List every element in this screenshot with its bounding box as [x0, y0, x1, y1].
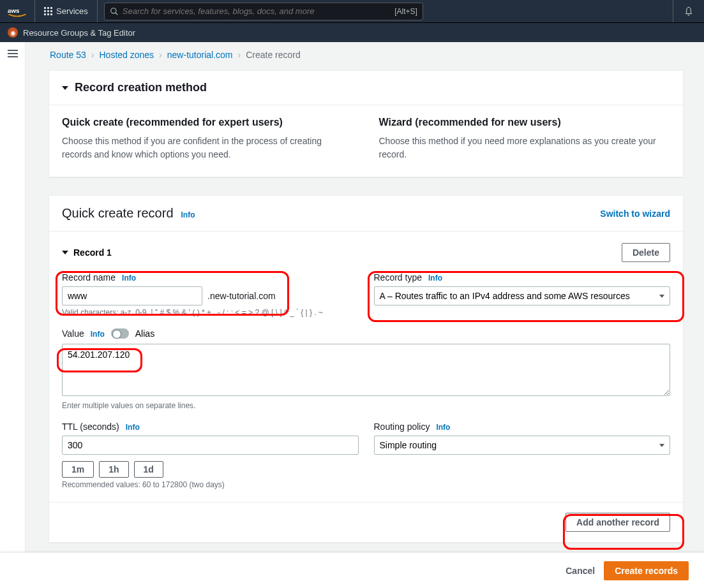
- record-type-label: Record type: [374, 272, 422, 283]
- ttl-info-link[interactable]: Info: [126, 423, 140, 432]
- switch-to-wizard-link[interactable]: Switch to wizard: [600, 209, 670, 219]
- quick-create-info-link[interactable]: Info: [181, 210, 195, 219]
- record-type-select[interactable]: A – Routes traffic to an IPv4 address an…: [374, 286, 671, 305]
- cancel-button[interactable]: Cancel: [565, 566, 595, 576]
- search-shortcut: [Alt+S]: [391, 7, 417, 16]
- ttl-label: TTL (seconds): [62, 422, 119, 432]
- chevron-right-icon: ›: [237, 50, 241, 60]
- chevron-right-icon: ›: [91, 50, 94, 60]
- sidebar-toggle[interactable]: [0, 42, 26, 552]
- aws-logo[interactable]: aws: [0, 0, 35, 22]
- wizard-title: Wizard (recommended for new users): [379, 117, 671, 128]
- method-panel: Record creation method Quick create (rec…: [49, 70, 684, 177]
- search-input[interactable]: [119, 6, 391, 16]
- quick-create-heading: Quick create record: [62, 206, 174, 221]
- chevron-down-icon: [659, 444, 664, 447]
- ttl-1h-button[interactable]: 1h: [99, 461, 128, 478]
- services-grid-icon: [44, 7, 52, 15]
- search-icon: [110, 7, 119, 16]
- record-name-suffix: .new-tutorial.com: [207, 291, 276, 301]
- record-type-value: A – Routes traffic to an IPv4 address an…: [380, 291, 630, 301]
- wizard-option[interactable]: Wizard (recommended for new users) Choos…: [366, 105, 684, 177]
- breadcrumb-route53[interactable]: Route 53: [50, 50, 86, 60]
- services-button[interactable]: Services: [35, 0, 98, 22]
- alias-label: Alias: [135, 328, 154, 339]
- quick-create-option[interactable]: Quick create (recommended for expert use…: [49, 105, 366, 177]
- ttl-input[interactable]: [62, 436, 359, 455]
- quick-create-desc: Choose this method if you are confident …: [62, 135, 354, 161]
- quick-create-panel: Quick create record Info Switch to wizar…: [49, 195, 684, 543]
- hamburger-icon: [8, 50, 18, 552]
- ttl-hint: Recommended values: 60 to 172800 (two da…: [62, 480, 359, 489]
- breadcrumb-current: Create record: [246, 50, 301, 60]
- breadcrumb-domain[interactable]: new-tutorial.com: [167, 50, 233, 60]
- record-name-hint: Valid characters: a-z, 0-9, ! " # $ % & …: [62, 308, 359, 317]
- breadcrumb-hosted-zones[interactable]: Hosted zones: [100, 50, 154, 60]
- chevron-down-icon: [659, 295, 664, 298]
- record-name-label: Record name: [62, 272, 116, 283]
- resource-groups-icon: ◉: [8, 27, 18, 38]
- method-panel-header[interactable]: Record creation method: [49, 71, 683, 105]
- value-info-link[interactable]: Info: [91, 330, 105, 339]
- routing-policy-info-link[interactable]: Info: [436, 423, 450, 432]
- sub-nav: ◉ Resource Groups & Tag Editor: [0, 23, 704, 42]
- wizard-desc: Choose this method if you need more expl…: [379, 135, 671, 161]
- main-content: Route 53 › Hosted zones › new-tutorial.c…: [26, 42, 704, 552]
- delete-button[interactable]: Delete: [622, 243, 670, 262]
- routing-policy-value: Simple routing: [380, 440, 437, 450]
- create-records-button[interactable]: Create records: [604, 561, 689, 580]
- breadcrumb: Route 53 › Hosted zones › new-tutorial.c…: [50, 50, 684, 60]
- record-header-toggle[interactable]: Record 1: [62, 247, 112, 258]
- top-nav: aws Services [Alt+S]: [0, 0, 704, 23]
- routing-policy-label: Routing policy: [374, 422, 430, 432]
- ttl-1d-button[interactable]: 1d: [134, 461, 163, 478]
- record-name-input[interactable]: [62, 286, 202, 305]
- record-name-info-link[interactable]: Info: [122, 274, 136, 283]
- bell-icon: [684, 6, 694, 17]
- add-another-record-button[interactable]: Add another record: [565, 513, 670, 532]
- notifications-button[interactable]: [673, 0, 704, 22]
- method-panel-title: Record creation method: [75, 81, 207, 94]
- svg-text:aws: aws: [8, 6, 20, 13]
- caret-down-icon: [62, 251, 68, 254]
- services-label: Services: [56, 6, 88, 16]
- footer-bar: Cancel Create records: [0, 552, 704, 588]
- ttl-1m-button[interactable]: 1m: [62, 461, 94, 478]
- resource-groups-link[interactable]: Resource Groups & Tag Editor: [23, 28, 135, 38]
- quick-create-title: Quick create (recommended for expert use…: [62, 117, 354, 128]
- aws-logo-icon: aws: [8, 6, 27, 17]
- record-type-info-link[interactable]: Info: [428, 274, 442, 283]
- alias-toggle[interactable]: [111, 328, 129, 339]
- caret-down-icon: [62, 86, 68, 90]
- value-hint: Enter multiple values on separate lines.: [62, 401, 670, 410]
- record-title: Record 1: [73, 247, 112, 258]
- svg-point-1: [111, 8, 116, 13]
- svg-line-2: [116, 12, 118, 15]
- search-box[interactable]: [Alt+S]: [104, 3, 423, 20]
- chevron-right-icon: ›: [159, 50, 162, 60]
- value-textarea[interactable]: [62, 344, 670, 396]
- routing-policy-select[interactable]: Simple routing: [374, 436, 671, 455]
- value-label: Value: [62, 328, 84, 339]
